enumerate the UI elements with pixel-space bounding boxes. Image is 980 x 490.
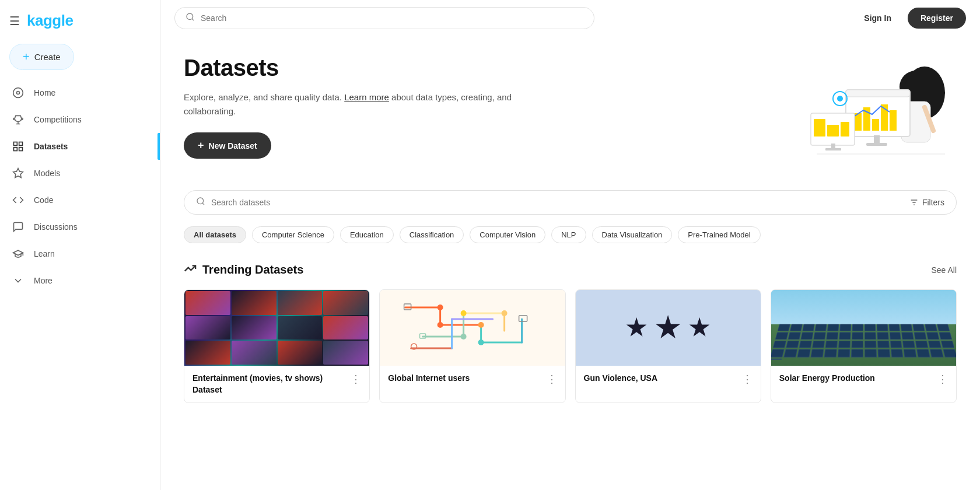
svg-rect-2 [14,142,18,146]
sidebar-item-learn[interactable]: Learn [0,240,160,267]
trending-title: Trending Datasets [184,262,303,278]
filter-tag-classification[interactable]: Classification [400,226,464,243]
datasets-search-input[interactable] [211,198,904,207]
datasets-search-icon [196,197,205,208]
svg-rect-20 [814,119,825,136]
filter-tag-education[interactable]: Education [340,226,394,243]
sidebar-item-more[interactable]: More [0,267,160,294]
page-content: Datasets Explore, analyze, and share qua… [160,36,980,426]
filter-tag-dataviz[interactable]: Data Visualization [592,226,673,243]
svg-rect-4 [14,148,18,151]
sidebar-item-datasets[interactable]: Datasets [0,133,160,160]
card-title-violence: Gun Violence, USA [584,373,742,384]
card-title-solar: Solar Energy Production [779,373,937,384]
models-icon [12,167,24,180]
register-button[interactable]: Register [908,8,966,29]
topnav: Sign In Register [160,0,980,36]
create-plus-icon: + [23,50,30,64]
sidebar-item-models[interactable]: Models [0,160,160,187]
filter-tag-pretrained[interactable]: Pre-Trained Model [678,226,760,243]
svg-rect-22 [841,122,849,136]
card-menu-entertainment[interactable]: ⋮ [351,373,361,386]
kaggle-logo: kaggle [27,12,73,30]
sidebar-item-discussions[interactable]: Discussions [0,214,160,240]
sidebar-item-label: Home [34,88,55,97]
filter-tag-cv[interactable]: Computer Vision [470,226,545,243]
sidebar-item-label: Learn [34,249,55,258]
filter-tag-nlp[interactable]: NLP [551,226,586,243]
datasets-search-bar[interactable]: Filters [184,190,957,215]
sidebar-item-code[interactable]: Code [0,187,160,214]
svg-point-53 [461,310,467,316]
competitions-icon [12,113,24,126]
filters-button[interactable]: Filters [909,198,944,207]
learn-more-link[interactable]: Learn more [344,92,389,102]
card-menu-internet[interactable]: ⋮ [547,373,557,386]
hamburger-icon[interactable]: ☰ [9,14,20,28]
svg-point-50 [478,322,484,328]
learn-icon [12,247,24,260]
global-search-bar[interactable] [174,7,594,29]
card-body-violence: Gun Violence, USA ⋮ [576,366,761,393]
filter-tag-all[interactable]: All datasets [184,226,246,243]
svg-point-51 [478,340,484,345]
main-content: Sign In Register Datasets Explore, analy… [160,0,980,490]
hero-text: Datasets Explore, analyze, and share qua… [184,55,534,159]
card-image-entertainment [184,290,369,366]
card-title-internet: Global Internet users [388,373,546,384]
dataset-card-solar[interactable]: Solar Energy Production ⋮ [771,289,957,403]
svg-rect-24 [866,143,887,146]
svg-rect-16 [872,119,879,131]
card-body-entertainment: Entertainment (movies, tv shows) Dataset… [184,366,369,402]
svg-rect-23 [874,135,880,144]
card-body-solar: Solar Energy Production ⋮ [771,366,956,393]
card-image-internet [380,290,565,366]
sidebar: ☰ kaggle + Create Home Competitions Data… [0,0,160,490]
sidebar-item-label: Models [34,169,60,178]
sidebar-item-home[interactable]: Home [0,79,160,106]
new-dataset-plus-icon: + [198,139,204,152]
svg-point-7 [187,13,193,20]
card-menu-solar[interactable]: ⋮ [937,373,948,386]
dataset-cards: Entertainment (movies, tv shows) Dataset… [184,289,957,403]
svg-marker-6 [13,169,23,178]
trending-icon [184,262,197,278]
card-menu-violence[interactable]: ⋮ [742,373,752,386]
new-dataset-button[interactable]: + New Dataset [184,132,271,159]
filter-tags: All datasets Computer Science Education … [184,226,957,243]
see-all-link[interactable]: See All [931,265,957,275]
svg-rect-56 [519,316,527,321]
filter-tag-cs[interactable]: Computer Science [252,226,334,243]
sidebar-item-label: Discussions [34,222,78,232]
hero-section: Datasets Explore, analyze, and share qua… [184,55,957,172]
card-body-internet: Global Internet users ⋮ [380,366,565,393]
sidebar-item-label: Competitions [34,115,82,124]
sidebar-item-label: Datasets [34,142,68,151]
dataset-card-violence[interactable]: Gun Violence, USA ⋮ [575,289,761,403]
svg-point-0 [13,88,23,98]
dataset-card-internet[interactable]: Global Internet users ⋮ [379,289,565,403]
dataset-card-entertainment[interactable]: Entertainment (movies, tv shows) Dataset… [184,289,370,403]
sidebar-item-competitions[interactable]: Competitions [0,106,160,133]
svg-point-30 [197,198,204,204]
card-image-violence [576,290,761,366]
card-title-entertainment: Entertainment (movies, tv shows) Dataset [192,373,351,396]
svg-point-28 [837,96,843,102]
svg-point-52 [461,334,467,340]
home-icon [12,86,24,99]
card-image-solar [771,290,956,366]
code-icon [12,194,24,206]
global-search-input[interactable] [201,13,583,23]
svg-rect-5 [19,148,23,151]
create-label: Create [34,52,61,62]
signin-button[interactable]: Sign In [855,9,901,27]
discussions-icon [12,220,24,233]
create-button[interactable]: + Create [9,44,74,70]
svg-point-1 [17,92,20,94]
hero-illustration [793,55,957,172]
svg-line-8 [192,19,194,20]
trending-header: Trending Datasets See All [184,262,957,278]
svg-rect-18 [890,110,897,131]
topnav-right: Sign In Register [855,8,966,29]
svg-point-48 [438,304,443,310]
